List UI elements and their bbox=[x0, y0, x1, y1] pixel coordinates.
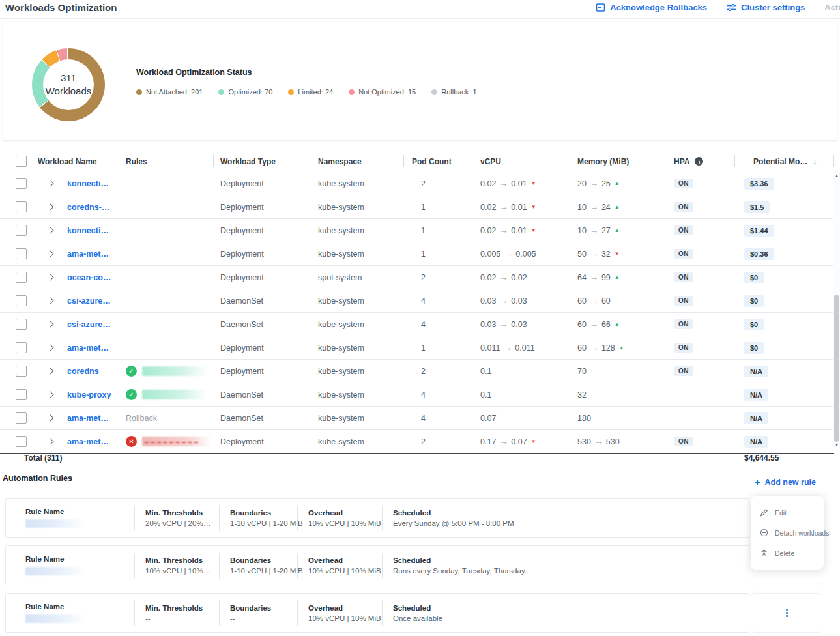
row-checkbox[interactable] bbox=[16, 319, 27, 330]
arrow-right-icon: → bbox=[503, 343, 512, 353]
acknowledge-rollbacks-button[interactable]: Acknowledge Rollbacks bbox=[596, 3, 707, 12]
add-new-rule-button[interactable]: + Add new rule bbox=[755, 477, 816, 487]
actions-button[interactable]: Actions bbox=[824, 3, 840, 12]
expand-chevron-icon[interactable] bbox=[48, 251, 54, 257]
redacted-dashed-text bbox=[145, 442, 198, 443]
arrow-right-icon: → bbox=[590, 249, 598, 259]
hpa-cell: ON bbox=[658, 219, 735, 242]
row-checkbox[interactable] bbox=[16, 342, 27, 353]
vertical-scrollbar[interactable]: ▲ ▼ bbox=[833, 172, 840, 448]
trash-icon bbox=[760, 549, 768, 557]
workload-name-link[interactable]: ama-met… bbox=[67, 250, 109, 259]
namespace-cell: kube-system bbox=[311, 195, 404, 218]
scroll-up-arrow-icon[interactable]: ▲ bbox=[833, 173, 840, 178]
workload-type-cell: Deployment bbox=[214, 219, 311, 242]
col-hpa[interactable]: HPA i bbox=[658, 151, 735, 172]
trend-up-icon: ▲ bbox=[615, 227, 620, 233]
table-row: kube-proxy✓DaemonSetkube-system40.132N/A bbox=[0, 383, 834, 407]
metric-current: 60 bbox=[577, 296, 587, 306]
expand-chevron-icon[interactable] bbox=[48, 415, 54, 422]
row-checkbox[interactable] bbox=[16, 295, 27, 306]
workload-name-link[interactable]: ocean-co… bbox=[67, 273, 111, 282]
metric-recommended: 0.011 bbox=[515, 343, 534, 353]
workload-name-link[interactable]: ama-met… bbox=[67, 414, 109, 423]
row-checkbox[interactable] bbox=[16, 178, 27, 189]
col-potential[interactable]: Potential Mo… ↓ bbox=[735, 151, 834, 172]
row-checkbox[interactable] bbox=[16, 389, 27, 400]
col-workload-type[interactable]: Workload Type bbox=[214, 151, 311, 172]
menu-item-edit[interactable]: Edit bbox=[751, 502, 824, 523]
col-workload-name[interactable]: Workload Name bbox=[31, 151, 119, 172]
row-checkbox[interactable] bbox=[16, 201, 27, 212]
rule-name-redacted bbox=[25, 519, 85, 528]
rule-name-cell: Rule Name bbox=[6, 600, 134, 626]
memory-cell: 10→27▲ bbox=[564, 219, 658, 242]
rule-actions-strip bbox=[751, 593, 822, 633]
metric-current: 180 bbox=[577, 414, 591, 423]
rules-cell bbox=[119, 313, 214, 336]
hpa-badge: ON bbox=[674, 296, 693, 306]
workload-name-link[interactable]: ama-met… bbox=[67, 343, 109, 353]
col-memory[interactable]: Memory (MiB) bbox=[564, 151, 658, 172]
workload-name-link[interactable]: csi-azure… bbox=[67, 320, 111, 329]
expand-chevron-icon[interactable] bbox=[48, 227, 54, 234]
expand-chevron-icon[interactable] bbox=[48, 345, 54, 351]
pod-count-cell: 4 bbox=[404, 289, 467, 312]
col-rules[interactable]: Rules bbox=[119, 151, 214, 172]
expand-chevron-icon[interactable] bbox=[48, 204, 54, 210]
row-checkbox[interactable] bbox=[16, 225, 27, 236]
workload-name-link[interactable]: ama-met… bbox=[67, 437, 109, 446]
memory-cell: 60→60 bbox=[564, 289, 658, 312]
col-pod-count[interactable]: Pod Count bbox=[404, 151, 467, 172]
potential-savings-badge: $1.44 bbox=[744, 225, 774, 237]
workload-name-link[interactable]: konnecti… bbox=[67, 179, 109, 188]
memory-cell: 32 bbox=[564, 383, 658, 406]
sort-desc-icon[interactable]: ↓ bbox=[813, 156, 817, 166]
metric-current: 10 bbox=[577, 226, 587, 235]
col-vcpu[interactable]: vCPU bbox=[467, 151, 564, 172]
select-all-checkbox[interactable] bbox=[16, 156, 27, 167]
table-row: csi-azure…DaemonSetkube-system40.03→0.03… bbox=[0, 289, 834, 313]
namespace-cell: kube-system bbox=[311, 336, 404, 359]
scrollbar-thumb[interactable] bbox=[834, 295, 839, 442]
hpa-badge: ON bbox=[674, 179, 693, 188]
col-namespace[interactable]: Namespace bbox=[311, 151, 404, 172]
overhead-cell: Overhead10% vCPU | 10% MiB bbox=[297, 553, 382, 579]
vcpu-cell: 0.03→0.03 bbox=[467, 313, 564, 336]
cluster-settings-button[interactable]: Cluster settings bbox=[727, 3, 805, 12]
workload-name-link[interactable]: konnecti… bbox=[67, 226, 109, 235]
workload-name-link[interactable]: coredns-… bbox=[67, 203, 109, 212]
x-circle-icon: ✕ bbox=[126, 436, 137, 447]
expand-chevron-icon[interactable] bbox=[48, 439, 54, 445]
potential-cell: $0 bbox=[735, 266, 834, 289]
menu-item-detach-workloads[interactable]: Detach workloads bbox=[751, 523, 824, 543]
workload-name-link[interactable]: csi-azure… bbox=[67, 296, 111, 306]
metric-current: 530 bbox=[577, 437, 591, 446]
menu-item-delete[interactable]: Delete bbox=[751, 543, 824, 563]
scroll-down-arrow-icon[interactable]: ▼ bbox=[833, 442, 840, 447]
namespace-cell: kube-system bbox=[311, 407, 404, 429]
row-checkbox[interactable] bbox=[16, 366, 27, 377]
workload-name-link[interactable]: kube-proxy bbox=[67, 390, 111, 399]
rule-more-options-button[interactable] bbox=[783, 606, 790, 620]
expand-chevron-icon[interactable] bbox=[48, 392, 54, 398]
row-checkbox[interactable] bbox=[16, 272, 27, 283]
arrow-right-icon: → bbox=[590, 272, 598, 282]
expand-chevron-icon[interactable] bbox=[48, 274, 54, 281]
row-checkbox[interactable] bbox=[16, 412, 27, 424]
row-checkbox[interactable] bbox=[16, 436, 27, 447]
status-legend: Not Attached: 201Optimized: 70Limited: 2… bbox=[136, 88, 477, 96]
hpa-info-icon[interactable]: i bbox=[695, 157, 703, 166]
hpa-cell: ON bbox=[658, 266, 735, 289]
workload-name-link[interactable]: coredns bbox=[67, 367, 99, 376]
section-divider bbox=[0, 493, 840, 493]
row-checkbox[interactable] bbox=[16, 248, 27, 259]
expand-chevron-icon[interactable] bbox=[48, 181, 54, 187]
hpa-badge: ON bbox=[674, 225, 693, 235]
expand-chevron-icon[interactable] bbox=[48, 368, 54, 375]
expand-chevron-icon[interactable] bbox=[48, 321, 54, 328]
metric-current: 0.02 bbox=[480, 203, 496, 212]
expand-chevron-icon[interactable] bbox=[48, 298, 54, 304]
potential-cell: $0.36 bbox=[735, 242, 834, 265]
metric-recommended: 66 bbox=[601, 320, 611, 329]
